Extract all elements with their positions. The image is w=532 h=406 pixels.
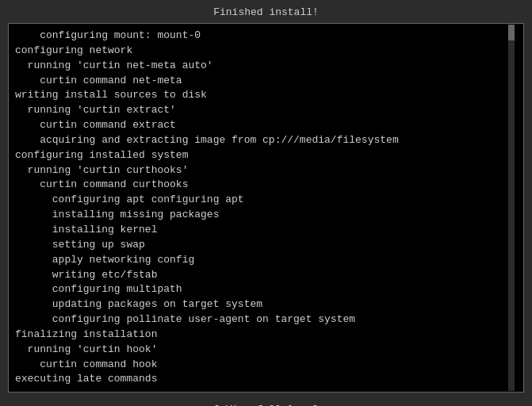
title-bar: Finished install! <box>0 3 532 23</box>
view-log-button[interactable]: [ View full log ] <box>205 402 327 406</box>
button-area: [ View full log ] [ Reboot Now ] <box>0 396 532 406</box>
log-box: configuring mount: mount-0 configuring n… <box>8 23 524 393</box>
terminal-area: Finished install! configuring mount: mou… <box>0 0 532 396</box>
log-content: configuring mount: mount-0 configuring n… <box>15 29 517 387</box>
scrollbar[interactable] <box>508 25 515 391</box>
title-text: Finished install! <box>213 6 319 18</box>
scrollbar-thumb <box>508 25 515 40</box>
